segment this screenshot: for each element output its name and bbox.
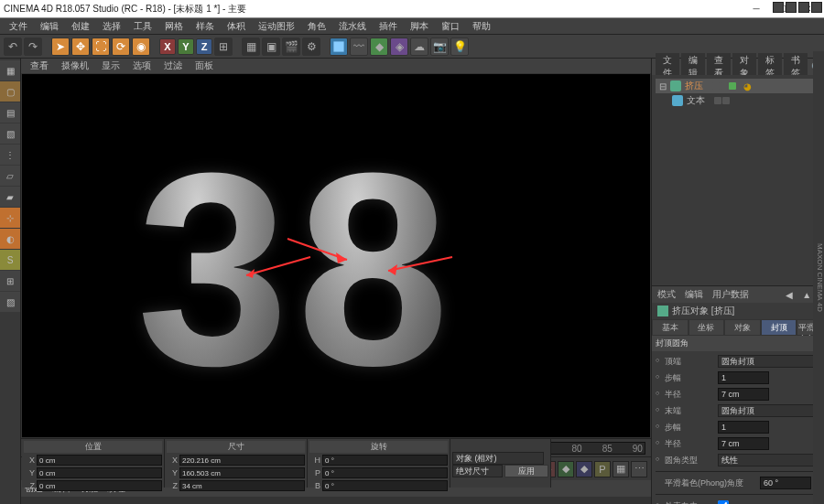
menu-help[interactable]: 帮助 [467, 19, 496, 34]
pos-z[interactable] [37, 480, 162, 491]
atab-basic[interactable]: 基本 [652, 319, 688, 336]
pos-y[interactable] [37, 467, 162, 478]
vp-nav-icon[interactable] [773, 2, 784, 13]
rot-p[interactable] [322, 467, 448, 478]
camera-tool[interactable]: 📷 [430, 38, 449, 56]
spline-tool[interactable]: 〰 [350, 38, 368, 56]
tree-text[interactable]: 文本 [656, 93, 824, 108]
menu-file[interactable]: 文件 [4, 19, 33, 34]
rotate-tool[interactable]: ⟳ [112, 38, 130, 56]
rot-b[interactable] [322, 480, 448, 491]
viewport[interactable]: 3 8 [22, 74, 650, 437]
menu-edit[interactable]: 编辑 [35, 19, 64, 34]
menu-mesh[interactable]: 网格 [159, 19, 189, 34]
recent-tool[interactable]: ◉ [132, 38, 150, 56]
attr-mode[interactable]: 模式 [657, 288, 676, 301]
rot-h[interactable] [322, 455, 448, 466]
undo-button[interactable]: ↶ [4, 38, 22, 56]
size-mode-combo[interactable]: 绝对尺寸 [452, 465, 503, 477]
key-rot[interactable]: ◆ [576, 461, 592, 477]
attr-userdata[interactable]: 用户数据 [712, 288, 749, 301]
menu-mograph[interactable]: 运动图形 [253, 19, 300, 34]
point-mode[interactable]: ⋮ [0, 145, 20, 165]
axis-mode[interactable]: ⊹ [0, 208, 20, 228]
start-cap-combo[interactable]: 圆角封顶 [718, 355, 824, 368]
end-cap-combo[interactable]: 圆角封顶 [718, 404, 824, 417]
menu-plugins[interactable]: 插件 [374, 19, 403, 34]
vp-display[interactable]: 显示 [96, 59, 125, 72]
redo-button[interactable]: ↷ [24, 38, 42, 56]
vp-filter[interactable]: 过滤 [158, 59, 188, 72]
vp-panel[interactable]: 面板 [190, 59, 219, 72]
tree-extrude[interactable]: ⊟ 挤压 ◕ [656, 79, 824, 93]
menu-select[interactable]: 选择 [97, 19, 126, 34]
size-z[interactable] [179, 480, 305, 491]
menu-script[interactable]: 脚本 [405, 19, 434, 34]
generator-tool[interactable]: ◆ [370, 38, 388, 56]
fillet-type[interactable]: 线性 [718, 454, 824, 466]
scale-tool[interactable]: ⛶ [92, 38, 110, 56]
vp-camera[interactable]: 摄像机 [56, 59, 94, 72]
x-axis-lock[interactable]: X [159, 38, 176, 55]
material-panel[interactable] [21, 497, 651, 504]
viewport-solo[interactable]: ◐ [0, 229, 20, 249]
object-tree[interactable]: ⊟ 挤压 ◕ 文本 [652, 75, 824, 285]
hull-inward[interactable] [718, 500, 729, 504]
end-steps[interactable] [718, 421, 769, 434]
key-opts[interactable]: ⋯ [631, 461, 647, 477]
polygon-mode[interactable]: ▰ [0, 187, 20, 207]
phong-angle[interactable] [760, 477, 811, 489]
edge-mode[interactable]: ▱ [0, 166, 20, 186]
key-pla[interactable]: ▦ [613, 461, 629, 477]
attr-edit[interactable]: 编辑 [685, 288, 703, 301]
atab-object[interactable]: 对象 [724, 319, 761, 336]
z-axis-lock[interactable]: Z [196, 38, 212, 55]
vp-nav-icon[interactable] [786, 2, 797, 13]
menu-spline[interactable]: 样条 [190, 19, 220, 34]
menu-tools[interactable]: 工具 [128, 19, 157, 34]
render-pv[interactable]: 🎬 [282, 38, 300, 56]
atab-caps[interactable]: 封顶 [761, 319, 797, 336]
move-tool[interactable]: ✥ [71, 38, 90, 56]
menu-character[interactable]: 角色 [302, 19, 331, 34]
expand-icon[interactable]: ⊟ [659, 81, 667, 91]
start-radius[interactable] [718, 388, 769, 401]
nav-back-icon[interactable]: ◀ [786, 290, 793, 300]
make-editable[interactable]: ▦ [0, 60, 20, 80]
model-mode[interactable]: ▢ [0, 81, 20, 102]
menu-create[interactable]: 创建 [66, 19, 95, 34]
cube-primitive[interactable] [330, 38, 348, 56]
panel-tabs-vertical[interactable]: MAXON CINEMA 4D [813, 51, 824, 504]
vp-view[interactable]: 查看 [25, 59, 54, 72]
snap-enable[interactable]: S [0, 250, 20, 270]
key-param[interactable]: P [594, 461, 611, 477]
pos-x[interactable] [37, 455, 162, 466]
minimize-button[interactable]: ─ [743, 2, 769, 16]
phong-tag-icon[interactable]: ◕ [743, 81, 752, 91]
render-region[interactable]: ▣ [262, 38, 280, 56]
select-tool[interactable]: ➤ [51, 38, 70, 56]
vp-options[interactable]: 选项 [127, 59, 157, 72]
key-scale[interactable]: ◆ [558, 461, 574, 477]
size-y[interactable] [179, 467, 305, 478]
deformers-toggle[interactable]: ▨ [0, 292, 20, 312]
texture-mode[interactable]: ▤ [0, 102, 20, 123]
vp-nav-icon[interactable] [811, 2, 822, 13]
size-x[interactable] [179, 455, 305, 466]
vp-nav-icon[interactable] [798, 2, 809, 13]
menu-volume[interactable]: 体积 [222, 19, 251, 34]
menu-pipeline[interactable]: 流水线 [333, 19, 372, 34]
start-steps[interactable] [718, 371, 769, 384]
coord-mode-combo[interactable]: 对象 (相对) [452, 452, 544, 465]
light-tool[interactable]: 💡 [450, 38, 469, 56]
environment-tool[interactable]: ☁ [410, 38, 428, 56]
end-radius[interactable] [718, 437, 769, 450]
y-axis-lock[interactable]: Y [178, 38, 194, 55]
workplane[interactable]: ⊞ [0, 271, 20, 291]
render-settings[interactable]: ⚙ [302, 38, 320, 56]
coord-system[interactable]: ⊞ [214, 38, 233, 56]
deformer-tool[interactable]: ◈ [390, 38, 408, 56]
apply-button[interactable]: 应用 [504, 465, 549, 477]
render-view[interactable]: ▦ [242, 38, 260, 56]
nav-up-icon[interactable]: ▲ [802, 290, 811, 300]
